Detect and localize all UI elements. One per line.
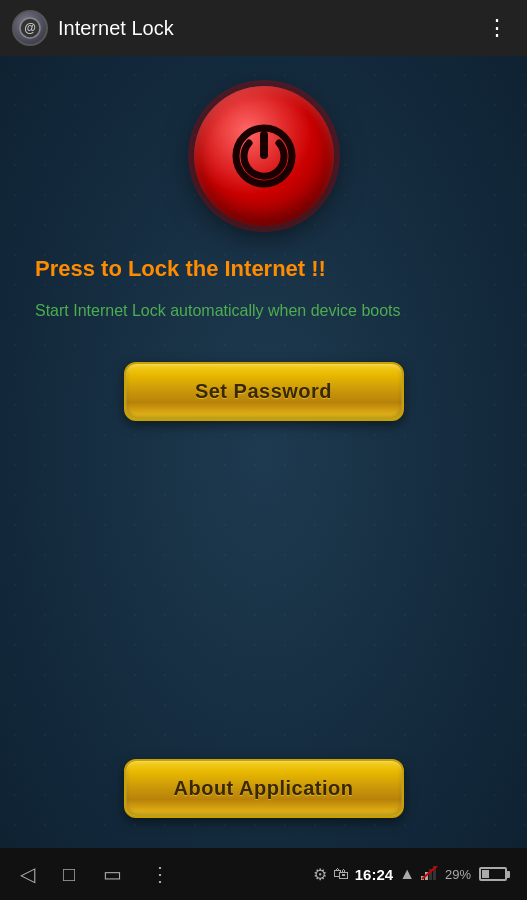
- about-application-button[interactable]: About Application: [124, 759, 404, 818]
- top-bar: @ Internet Lock ⋮: [0, 0, 527, 56]
- battery-percent: 29%: [445, 867, 471, 882]
- wifi-icon: ▲: [399, 865, 415, 883]
- svg-text:@: @: [24, 21, 36, 35]
- back-button[interactable]: ◁: [20, 862, 35, 886]
- set-password-button[interactable]: Set Password: [124, 362, 404, 421]
- press-to-lock-text: Press to Lock the Internet !!: [20, 256, 507, 282]
- nav-icons: ◁ □ ▭ ⋮: [20, 862, 170, 886]
- more-nav-button[interactable]: ⋮: [150, 862, 170, 886]
- power-button-circle[interactable]: [194, 86, 334, 226]
- time-display: 16:24: [355, 866, 393, 883]
- battery-icon: [479, 867, 507, 881]
- home-button[interactable]: □: [63, 863, 75, 886]
- bottom-bar: ◁ □ ▭ ⋮ ⚙ 🛍 16:24 ▲ 29%: [0, 848, 527, 900]
- screen: @ Internet Lock ⋮: [0, 0, 527, 900]
- auto-start-text: Start Internet Lock automatically when d…: [20, 300, 507, 322]
- battery-fill: [482, 870, 489, 878]
- app-icon: @: [12, 10, 48, 46]
- settings-icon: ⚙: [313, 865, 327, 884]
- bag-icon: 🛍: [333, 865, 349, 883]
- power-button[interactable]: [194, 86, 334, 226]
- menu-icon[interactable]: ⋮: [478, 7, 515, 49]
- main-content: Press to Lock the Internet !! Start Inte…: [0, 56, 527, 848]
- top-bar-left: @ Internet Lock: [12, 10, 174, 46]
- battery-tip: [507, 871, 510, 878]
- recent-apps-button[interactable]: ▭: [103, 862, 122, 886]
- status-bar: ⚙ 🛍 16:24 ▲ 29%: [313, 865, 507, 884]
- app-title: Internet Lock: [58, 17, 174, 40]
- app-icon-inner: @: [14, 12, 46, 44]
- signal-icon: [421, 866, 439, 883]
- power-icon: [229, 121, 299, 191]
